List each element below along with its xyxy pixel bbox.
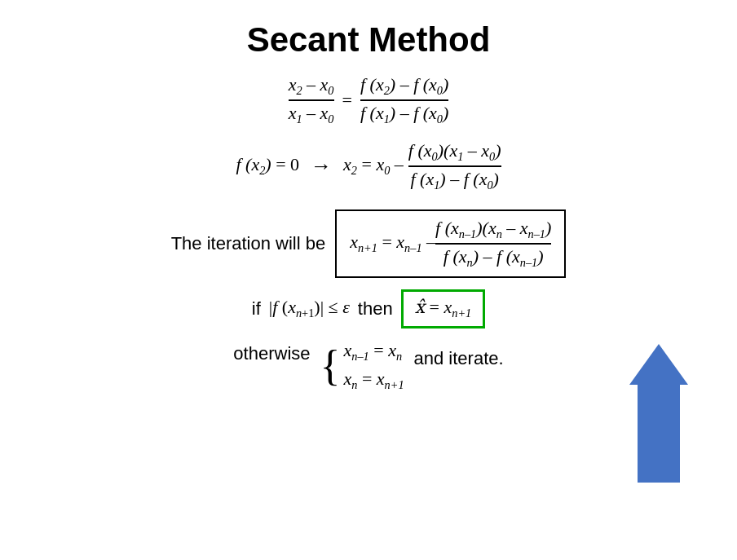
otherwise-row: otherwise { xn–1 = xn xn = xn+1 and iter… (233, 340, 503, 393)
eq2-rhs-fraction: f (x0)(x1 – x0) f (x1) – f (x0) (408, 140, 501, 193)
blue-arrow (629, 344, 688, 483)
then-result: x̂ = xn+1 (415, 297, 472, 320)
eq2-rhs-start: x2 = x0 – (343, 154, 404, 178)
arrow-shaft (638, 385, 680, 483)
eq2-rhs-denominator: f (x1) – f (x0) (410, 167, 498, 192)
otherwise-label: otherwise (233, 340, 310, 364)
eq1-rhs-fraction: f (x2) – f (x0) f (x1) – f (x0) (360, 74, 448, 127)
iteration-numerator: f (xn–1)(xn – xn–1) (435, 218, 551, 245)
iteration-denominator: f (xn) – f (xn–1) (444, 245, 544, 270)
if-condition: |f (xn+1)| ≤ ε (269, 297, 350, 320)
eq1-lhs-denominator: x1 – x0 (289, 101, 334, 126)
eq2-arrow: → (311, 154, 332, 179)
equation-2: f (x2) = 0 → x2 = x0 – f (x0)(x1 – x0) f… (236, 140, 501, 193)
eq1-lhs-numerator: x2 – x0 (289, 74, 334, 101)
iteration-lhs: xn+1 = xn–1 – (350, 231, 435, 255)
arrow-head (629, 344, 688, 385)
eq1-equals: = (342, 90, 352, 111)
system-line-1: xn–1 = xn (343, 340, 404, 364)
iteration-formula-box: xn+1 = xn–1 – f (xn–1)(xn – xn–1) f (xn)… (335, 209, 566, 279)
eq1-rhs-denominator: f (x1) – f (x0) (360, 101, 448, 126)
equation-1: x2 – x0 x1 – x0 = f (x2) – f (x0) f (x1)… (289, 74, 449, 127)
page-container: Secant Method x2 – x0 x1 – x0 = f (x2) –… (0, 0, 737, 560)
left-brace: { (320, 345, 341, 387)
system-line-2: xn = xn+1 (343, 368, 404, 392)
if-then-row: if |f (xn+1)| ≤ ε then x̂ = xn+1 (252, 289, 485, 328)
system-lines: xn–1 = xn xn = xn+1 (343, 340, 404, 393)
eq1-rhs-numerator: f (x2) – f (x0) (360, 74, 448, 101)
if-label: if (252, 298, 261, 320)
brace-system: { xn–1 = xn xn = xn+1 (320, 340, 404, 393)
page-title: Secant Method (247, 20, 491, 60)
eq2-rhs-numerator: f (x0)(x1 – x0) (408, 140, 501, 167)
and-iterate-label: and iterate. (414, 340, 504, 369)
then-label: then (358, 298, 393, 320)
iteration-row: The iteration will be xn+1 = xn–1 – f (x… (171, 209, 567, 279)
iteration-fraction: f (xn–1)(xn – xn–1) f (xn) – f (xn–1) (435, 218, 551, 271)
iteration-label: The iteration will be (171, 233, 326, 254)
eq2-left: f (x2) = 0 (236, 154, 299, 178)
then-result-box: x̂ = xn+1 (401, 289, 486, 328)
eq1-lhs-fraction: x2 – x0 x1 – x0 (289, 74, 334, 127)
